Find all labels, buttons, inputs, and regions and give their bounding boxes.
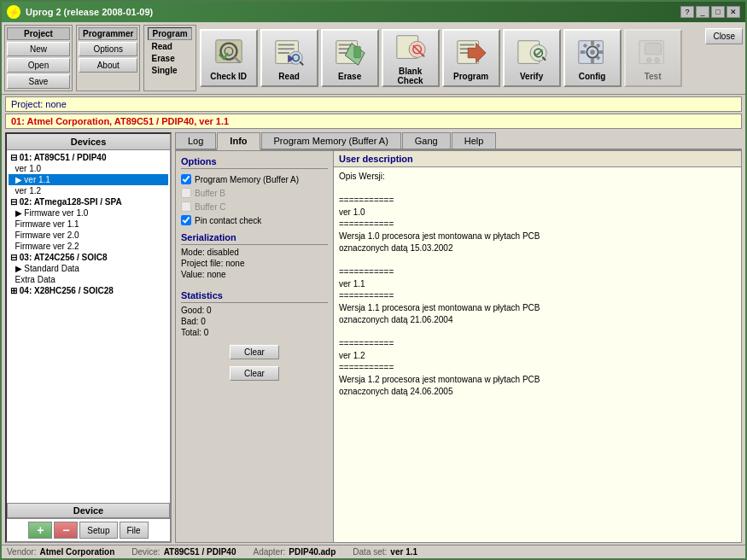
user-desc-text: Opis Wersji: =========== ver 1.0 =======… [339, 171, 736, 398]
options-button[interactable]: Options [79, 42, 137, 56]
user-description-panel: User description Opis Wersji: ==========… [334, 151, 741, 542]
statistics-section: Statistics Good: 0 Bad: 0 Total: 0 Clear… [181, 290, 328, 381]
tab-gang[interactable]: Gang [402, 132, 451, 149]
device-02-fw10[interactable]: ▶ Firmware ver 1.0 [9, 207, 168, 219]
device-01[interactable]: ⊟ 01: AT89C51 / PDIP40 [9, 152, 168, 163]
device-03-extra[interactable]: Extra Data [9, 274, 168, 285]
config-icon [575, 36, 610, 70]
about-button[interactable]: About [79, 58, 137, 73]
tab-log[interactable]: Log [175, 132, 216, 149]
check-id-button[interactable]: Check ID [200, 29, 258, 87]
tab-info[interactable]: Info [217, 132, 260, 150]
dataset-label: Data set: [353, 547, 387, 557]
device-02-fw20[interactable]: Firmware ver 2.0 [9, 230, 168, 241]
blank-check-label: BlankCheck [398, 67, 423, 85]
erase-mode-button[interactable]: Erase [148, 53, 191, 64]
option-buffer-b-checkbox[interactable] [181, 188, 191, 198]
new-button[interactable]: New [7, 42, 70, 56]
tab-help[interactable]: Help [452, 132, 497, 149]
read-label: Read [278, 72, 299, 81]
window-title: Uprog 2 (release 2008-01-09) [26, 7, 153, 17]
setup-button[interactable]: Setup [79, 522, 117, 539]
programmer-label: Programmer [79, 27, 137, 40]
test-icon [636, 36, 670, 70]
test-button[interactable]: Test [624, 29, 682, 87]
info-button[interactable]: ? [680, 6, 694, 18]
dataset-value: ver 1.1 [390, 547, 417, 557]
devices-panel: Devices ⊟ 01: AT89C51 / PDIP40 ver 1.0 ▶… [5, 132, 172, 543]
device-01-v12[interactable]: ver 1.2 [9, 185, 168, 196]
serial-mode-line: Mode: disabled [181, 247, 328, 258]
svg-point-38 [590, 50, 595, 55]
check-id-label: Check ID [210, 72, 247, 81]
option-buffer-b-label: Buffer B [195, 189, 225, 198]
single-mode-button[interactable]: Single [148, 65, 191, 76]
clear-button[interactable]: Clear [230, 345, 279, 359]
devices-tree[interactable]: ⊟ 01: AT89C51 / PDIP40 ver 1.0 ▶ ver 1.1… [7, 150, 170, 503]
option-program-memory-checkbox[interactable] [181, 174, 191, 184]
option-program-memory: Program Memory (Buffer A) [181, 174, 328, 184]
check-id-icon [212, 36, 246, 70]
serial-project-line: Project file: none [181, 258, 328, 269]
read-button[interactable]: Read [260, 29, 318, 87]
svg-rect-7 [277, 44, 294, 45]
svg-rect-19 [353, 46, 360, 57]
close-button[interactable]: Close [705, 28, 743, 44]
read-icon [272, 36, 306, 70]
status-line: 01: Atmel Corporation, AT89C51 / PDIP40,… [5, 114, 742, 129]
device-02-fw11[interactable]: Firmware ver 1.1 [9, 219, 168, 230]
device-01-v11[interactable]: ▶ ver 1.1 [9, 174, 168, 185]
adapter-value: PDIP40.adp [289, 547, 336, 557]
program-mode-button[interactable]: Program [148, 27, 191, 40]
prog-mode-panel: Program Read Erase Single [143, 25, 196, 91]
project-panel: Project New Open Save [4, 25, 73, 91]
minimize-button[interactable]: _ [696, 6, 709, 18]
blank-check-button[interactable]: BlankCheck [382, 29, 440, 87]
svg-point-48 [646, 57, 651, 62]
file-button[interactable]: File [120, 522, 149, 539]
config-button[interactable]: Config [563, 29, 622, 87]
read-mode-button[interactable]: Read [148, 41, 191, 52]
options-header: Options [181, 156, 328, 169]
erase-button[interactable]: Erase [321, 29, 379, 87]
title-buttons: ? _ □ ✕ [680, 6, 740, 18]
options-panel: Options Program Memory (Buffer A) Buffer… [176, 151, 334, 542]
device-02[interactable]: ⊟ 02: ATmega128-SPI / SPA [9, 196, 168, 207]
verify-label: Verify [520, 72, 543, 81]
blank-check-icon [394, 31, 428, 65]
vendor-label: Vendor: [7, 547, 36, 557]
main-window: ⚡ Uprog 2 (release 2008-01-09) ? _ □ ✕ P… [0, 0, 747, 560]
device-01-v10[interactable]: ver 1.0 [9, 163, 168, 174]
tab-program-memory[interactable]: Program Memory (Buffer A) [261, 132, 401, 149]
serial-value-line: Value: none [181, 269, 328, 280]
device-label: Device: [131, 547, 160, 557]
stat-total: Total: 0 [181, 327, 328, 338]
toolbar-area: Project New Open Save Programmer Options… [2, 22, 745, 95]
verify-button[interactable]: Verify [503, 29, 561, 87]
program-button[interactable]: Program [442, 29, 500, 87]
device-03-std[interactable]: ▶ Standard Data [9, 263, 168, 274]
device-02-fw22[interactable]: Firmware ver 2.2 [9, 241, 168, 252]
title-bar: ⚡ Uprog 2 (release 2008-01-09) ? _ □ ✕ [2, 2, 745, 22]
device-03[interactable]: ⊟ 03: AT24C256 / SOIC8 [9, 252, 168, 263]
tabs-bar: Log Info Program Memory (Buffer A) Gang … [175, 132, 742, 150]
remove-device-button[interactable]: − [54, 522, 78, 539]
option-buffer-c-label: Buffer C [195, 202, 226, 212]
close-window-button[interactable]: ✕ [727, 6, 740, 18]
option-pin-contact-checkbox[interactable] [181, 215, 191, 225]
clear-button[interactable]: Clear [230, 366, 279, 381]
add-device-button[interactable]: + [28, 522, 52, 539]
save-button[interactable]: Save [7, 74, 70, 89]
user-description-header: User description [334, 151, 741, 167]
erase-icon [333, 36, 367, 70]
device-04[interactable]: ⊞ 04: X28HC256 / SOIC28 [9, 285, 168, 296]
adapter-item: Adapter: PDIP40.adp [253, 547, 336, 557]
devices-header: Devices [7, 134, 170, 150]
project-line: Project: none [5, 96, 742, 112]
maximize-button[interactable]: □ [711, 6, 725, 18]
option-buffer-c-checkbox[interactable] [181, 201, 191, 212]
device-item: Device: AT89C51 / PDIP40 [131, 547, 236, 557]
device-actions: + − Setup File [7, 518, 170, 541]
user-description-content[interactable]: Opis Wersji: =========== ver 1.0 =======… [334, 167, 741, 542]
open-button[interactable]: Open [7, 58, 70, 73]
